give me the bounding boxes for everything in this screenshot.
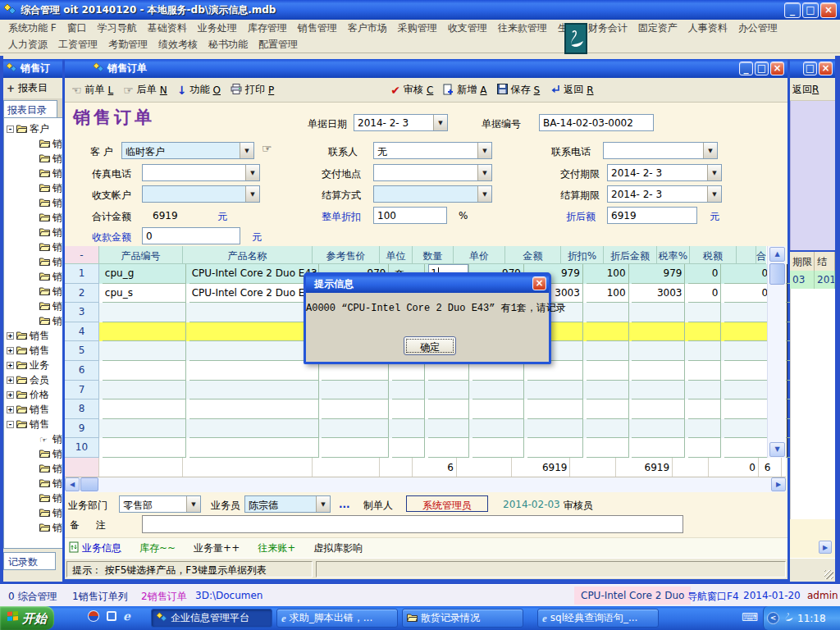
dept-select[interactable]: 零售部▼ — [119, 495, 201, 513]
price-cell[interactable] — [472, 381, 524, 400]
contact-select[interactable]: 无▼ — [373, 142, 492, 159]
qty-cell[interactable] — [428, 381, 469, 400]
menu-item[interactable]: 业务处理 — [196, 21, 239, 36]
tree-item[interactable]: + 价格 — [4, 387, 64, 402]
scroll-left-icon[interactable]: ◀ — [65, 477, 80, 491]
disc-amount-cell[interactable] — [632, 419, 685, 439]
price-cell[interactable] — [472, 399, 524, 419]
tree-item[interactable]: 销 — [4, 180, 64, 195]
keyboard-icon[interactable]: ⌨ — [742, 610, 758, 623]
unit-cell[interactable] — [392, 399, 425, 419]
lookup-hand-icon[interactable]: ☞ — [262, 142, 272, 155]
close-button[interactable]: × — [770, 62, 784, 75]
menu-item[interactable]: 采购管理 — [396, 21, 439, 36]
tree-expand-toggle[interactable]: - — [7, 421, 14, 428]
tree-item[interactable]: 销 — [4, 136, 64, 151]
tax-cell[interactable] — [724, 438, 771, 458]
tree-expand-toggle[interactable]: + — [7, 406, 14, 413]
tree-expand-toggle[interactable]: - — [7, 126, 14, 133]
doc-no-field[interactable]: BA-14-02-03-0002 — [539, 114, 654, 131]
window-link-3[interactable]: 3D:\Documen — [195, 590, 262, 601]
product-code-cell[interactable] — [103, 381, 186, 400]
tax-cell[interactable] — [724, 381, 771, 400]
close-button[interactable]: × — [819, 62, 833, 75]
received-field[interactable]: 0 — [142, 227, 240, 244]
product-code-cell[interactable] — [103, 361, 186, 381]
tree-item[interactable]: 销 — [4, 284, 64, 299]
minimize-button[interactable]: _ — [739, 62, 753, 75]
quick-launch-icon-2[interactable] — [105, 609, 118, 625]
tree-item[interactable]: 销 — [4, 461, 64, 476]
info-item[interactable]: 往来账+ — [254, 541, 295, 555]
row-number-cell[interactable]: 10 — [65, 438, 99, 458]
column-header[interactable]: 税率% — [657, 246, 690, 264]
product-code-cell[interactable] — [103, 399, 186, 419]
column-header[interactable]: 税额 — [690, 246, 737, 264]
product-code-cell[interactable] — [103, 438, 186, 458]
price-cell[interactable] — [472, 419, 524, 439]
window-link-1[interactable]: 1销售订单列 — [72, 590, 128, 604]
toolbar-button[interactable]: 保存S — [497, 83, 541, 97]
row-number-cell[interactable]: 6 — [65, 361, 99, 381]
tray-chevron-icon[interactable]: < — [767, 612, 779, 624]
scrollbar-thumb[interactable] — [80, 477, 98, 491]
tree-item[interactable]: 销 — [4, 151, 64, 166]
tax-cell[interactable] — [724, 361, 771, 381]
product-name-cell[interactable] — [189, 361, 319, 381]
row-number-cell[interactable]: 3 — [65, 303, 99, 322]
menu-item[interactable]: 学习导航 — [96, 21, 139, 36]
product-name-cell[interactable] — [189, 438, 319, 458]
row-number-cell[interactable]: 2 — [65, 284, 99, 304]
product-name-cell[interactable]: CPU-Intel Core 2 Duo E43 — [189, 264, 319, 284]
menu-item[interactable]: 固定资产 — [637, 21, 679, 36]
discount-cell[interactable] — [587, 361, 629, 381]
column-header[interactable]: 产品名称 — [183, 246, 313, 264]
restore-button[interactable]: □ — [755, 62, 769, 75]
tax-rate-cell[interactable] — [688, 303, 721, 322]
column-header[interactable]: 折扣% — [561, 246, 604, 264]
column-header[interactable]: 数量 — [413, 246, 454, 264]
discount-cell[interactable] — [587, 303, 629, 322]
column-header[interactable]: 参考售价 — [313, 246, 380, 264]
tree-item[interactable]: 销 — [4, 520, 64, 535]
discount-cell[interactable]: 100 — [587, 284, 629, 304]
menu-item[interactable]: 工资管理 — [57, 37, 99, 52]
column-header[interactable]: 单位 — [380, 246, 413, 264]
row-number-cell[interactable]: 1 — [65, 264, 99, 284]
amount-cell[interactable] — [527, 381, 583, 400]
menu-item[interactable]: 人事资料 — [687, 21, 729, 36]
account-select[interactable]: ▼ — [142, 185, 260, 203]
order-window-titlebar[interactable]: 销售订单 _ □ × — [65, 59, 788, 78]
tax-rate-cell[interactable] — [688, 438, 721, 458]
tree-expand-toggle[interactable]: + — [7, 391, 14, 399]
tax-cell[interactable] — [724, 399, 771, 419]
ref-price-cell[interactable] — [322, 381, 389, 400]
row-number-cell[interactable]: 9 — [65, 419, 99, 439]
product-code-cell[interactable]: cpu_g — [103, 264, 186, 284]
clock[interactable]: 11:18 — [797, 613, 826, 624]
column-header[interactable]: 期限 — [790, 252, 815, 271]
discount-cell[interactable] — [587, 438, 629, 458]
row-number-cell[interactable]: 5 — [65, 341, 99, 361]
disc-amount-cell[interactable] — [632, 341, 685, 361]
ref-price-cell[interactable] — [322, 399, 389, 419]
tree-item[interactable]: + 销售 — [4, 328, 64, 343]
qty-cell[interactable] — [428, 399, 469, 419]
tree-item[interactable]: 销 — [4, 269, 64, 284]
tax-rate-cell[interactable] — [688, 419, 721, 439]
tray-swan-icon[interactable] — [783, 611, 794, 625]
disc-amount-cell[interactable] — [632, 303, 685, 322]
menu-item[interactable]: 收支管理 — [446, 21, 489, 36]
task-button[interactable]: 散货记录情况 — [402, 609, 523, 628]
discount-cell[interactable] — [587, 341, 629, 361]
tree-item[interactable]: - 销售 — [4, 417, 64, 431]
table-row[interactable]: 7 — [65, 381, 786, 400]
toolbar-button[interactable]: 新增A — [443, 83, 486, 97]
tax-rate-cell[interactable] — [688, 322, 721, 342]
discount-field[interactable]: 100 — [373, 207, 447, 224]
deliver-date-select[interactable]: 2014- 2- 3▼ — [607, 164, 722, 181]
tax-cell[interactable] — [724, 341, 771, 361]
row-number-cell[interactable]: 4 — [65, 322, 99, 342]
quick-launch-ie-icon[interactable]: e — [123, 609, 130, 625]
menu-item[interactable]: 人力资源 — [7, 37, 49, 52]
